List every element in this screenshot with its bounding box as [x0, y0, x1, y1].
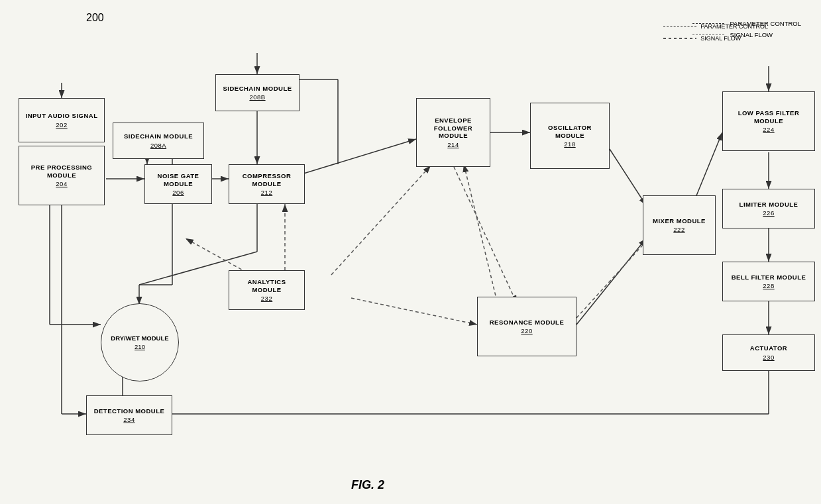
resonance-module: RESONANCE MODULE 220 — [477, 297, 576, 356]
analytics-module: ANALYTICS MODULE 232 — [229, 270, 305, 310]
legend-container: PARAMETER CONTROL SIGNAL FLOW — [692, 20, 801, 38]
svg-line-39 — [454, 167, 517, 303]
svg-line-18 — [286, 139, 416, 179]
input-audio-signal-module: INPUT AUDIO SIGNAL 202 — [19, 98, 105, 142]
limiter-module: LIMITER MODULE 226 — [722, 189, 815, 228]
svg-line-23 — [576, 238, 646, 325]
pre-processing-module: PRE PROCESSING MODULE 204 — [19, 146, 105, 205]
legend-signal-flow: SIGNAL FLOW — [730, 31, 773, 38]
low-pass-filter-module: LOW PASS FILTER MODULE 224 — [722, 91, 815, 151]
actuator-module: ACTUATOR 230 — [722, 334, 815, 371]
sidechain-208b-module: SIDECHAIN MODULE 208B — [215, 74, 300, 111]
compressor-module: COMPRESSOR MODULE 212 — [229, 164, 305, 204]
diagram-number: 200 — [86, 12, 104, 24]
svg-line-24 — [692, 132, 722, 205]
legend-param-control: PARAMETER CONTROL — [730, 20, 801, 27]
svg-line-22 — [610, 149, 646, 205]
diagram-container: 200 PARAMETER CONTROL SIGNAL FLOW — [0, 0, 821, 504]
figure-label: FIG. 2 — [351, 478, 384, 492]
sidechain-208a-module: SIDECHAIN MODULE 208A — [113, 123, 204, 159]
noise-gate-module: NOISE GATE MODULE 206 — [144, 164, 212, 204]
mixer-module: MIXER MODULE 222 — [643, 195, 716, 255]
svg-line-38 — [351, 298, 477, 325]
oscillator-module: OSCILLATOR MODULE 218 — [530, 103, 610, 169]
dry-wet-module: DRY/WET MODULE 210 — [101, 303, 179, 381]
svg-line-40 — [464, 164, 497, 301]
svg-line-41 — [576, 245, 643, 318]
svg-line-37 — [331, 166, 431, 275]
envelope-follower-module: ENVELOPE FOLLOWER MODULE 214 — [416, 98, 490, 167]
bell-filter-module: BELL FILTER MODULE 228 — [722, 262, 815, 301]
detection-module: DETECTION MODULE 234 — [86, 395, 172, 435]
